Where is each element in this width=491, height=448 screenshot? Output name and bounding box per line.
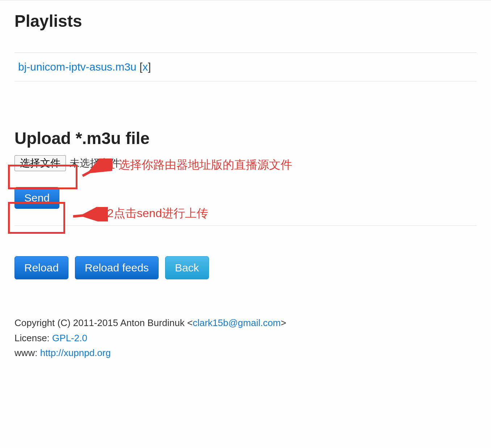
bracket-close: ]: [148, 61, 151, 73]
license-link[interactable]: GPL-2.0: [52, 333, 87, 343]
www-link[interactable]: http://xupnpd.org: [40, 347, 111, 358]
back-button[interactable]: Back: [165, 256, 209, 279]
playlists-heading: Playlists: [14, 11, 477, 31]
reload-feeds-button[interactable]: Reload feeds: [75, 256, 159, 279]
license-line: License: GPL-2.0: [14, 331, 477, 346]
license-label: License:: [14, 333, 52, 343]
footer: Copyright (C) 2011-2015 Anton Burdinuk <…: [14, 316, 477, 361]
svg-line-0: [83, 161, 109, 176]
delete-playlist-link[interactable]: x: [142, 61, 148, 73]
annotation-arrow-2-icon: [68, 207, 108, 221]
choose-file-button[interactable]: 选择文件: [14, 155, 66, 171]
copyright-suffix: >: [281, 317, 286, 328]
copyright-line: Copyright (C) 2011-2015 Anton Burdinuk <…: [14, 316, 477, 331]
www-label: www:: [14, 347, 40, 358]
playlist-row: bj-unicom-iptv-asus.m3u [x]: [14, 53, 477, 81]
playlist-filename-link[interactable]: bj-unicom-iptv-asus.m3u: [18, 61, 137, 73]
reload-button[interactable]: Reload: [14, 256, 68, 279]
author-email-link[interactable]: clark15b@gmail.com: [193, 317, 281, 328]
annotation-arrow-1-icon: [76, 159, 112, 181]
copyright-prefix: Copyright (C) 2011-2015 Anton Burdinuk <: [14, 317, 193, 328]
divider: [14, 81, 477, 81]
divider: [14, 225, 477, 226]
annotation-step1: 1 选择你路由器地址版的直播源文件: [109, 157, 292, 173]
svg-line-1: [73, 214, 105, 216]
send-button[interactable]: Send: [14, 187, 59, 209]
annotation-step2: 2点击send进行上传: [107, 206, 208, 221]
upload-heading: Upload *.m3u file: [14, 128, 477, 148]
www-line: www: http://xupnpd.org: [14, 346, 477, 361]
